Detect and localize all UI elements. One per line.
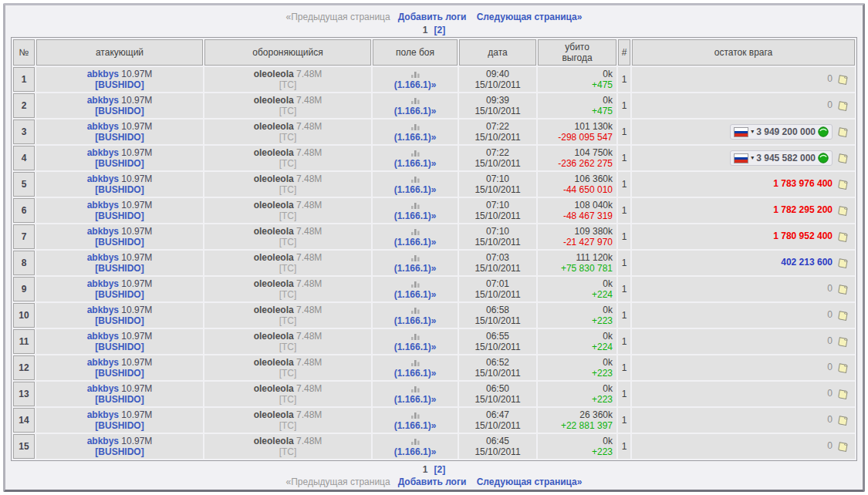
attacker-link[interactable]: abkbys — [87, 95, 119, 106]
scroll-icon[interactable] — [836, 152, 849, 165]
count-cell: 1 — [618, 224, 630, 249]
scroll-icon[interactable] — [836, 283, 849, 296]
killed-value: 0k — [539, 95, 613, 106]
attacker-clan-link[interactable]: [BUSHIDO] — [95, 237, 144, 248]
enemy-left-cell: 1 782 295 200 — [632, 198, 855, 223]
scroll-icon[interactable] — [836, 178, 849, 191]
attacker-link[interactable]: abkbys — [87, 226, 119, 237]
attacker-link[interactable]: abkbys — [87, 173, 119, 184]
battlefield-link[interactable]: (1.166.1)» — [394, 342, 437, 352]
attacker-clan-link[interactable]: [BUSHIDO] — [95, 368, 144, 379]
attacker-clan-link[interactable]: [BUSHIDO] — [95, 106, 144, 116]
attacker-clan-link[interactable]: [BUSHIDO] — [95, 342, 144, 352]
attacker-power: 10.97M — [121, 200, 152, 210]
attacker-link[interactable]: abkbys — [87, 147, 119, 158]
killed-value: 0k — [539, 305, 613, 315]
attacker-link[interactable]: abkbys — [87, 252, 119, 263]
defender-name: oleoleola — [254, 200, 294, 210]
scroll-icon[interactable] — [836, 204, 849, 217]
battlefield-link[interactable]: (1.166.1)» — [394, 394, 437, 405]
battlefield-link[interactable]: (1.166.1)» — [394, 315, 437, 326]
scroll-icon[interactable] — [836, 414, 849, 427]
scroll-icon[interactable] — [836, 309, 849, 322]
profit-value: +224 — [539, 342, 613, 352]
attacker-cell: abkbys 10.97M [BUSHIDO] — [36, 382, 203, 406]
battle-date: 15/10/2011 — [461, 446, 535, 457]
scroll-icon[interactable] — [836, 362, 849, 375]
attacker-clan-link[interactable]: [BUSHIDO] — [95, 263, 144, 274]
battlefield-link[interactable]: (1.166.1)» — [394, 289, 437, 300]
battlefield-link[interactable]: (1.166.1)» — [394, 79, 437, 90]
attacker-clan-link[interactable]: [BUSHIDO] — [95, 315, 144, 326]
defender-cell: oleoleola 7.48M [TC] — [204, 198, 371, 223]
battlefield-link[interactable]: (1.166.1)» — [394, 263, 437, 274]
attacker-link[interactable]: abkbys — [87, 409, 119, 420]
attacker-clan-link[interactable]: [BUSHIDO] — [95, 158, 144, 169]
globe-icon[interactable] — [818, 153, 829, 163]
killed-profit-cell: 0k +224 — [538, 277, 616, 301]
attacker-clan-link[interactable]: [BUSHIDO] — [95, 79, 144, 90]
battlefield-cell: (1.166.1)» — [373, 198, 458, 223]
date-cell: 07:10 15/10/2011 — [459, 172, 536, 197]
header-killed-profit: убито выгода — [538, 39, 616, 66]
battlefield-link[interactable]: (1.166.1)» — [394, 368, 437, 379]
attacker-link[interactable]: abkbys — [87, 357, 119, 368]
battlefield-link[interactable]: (1.166.1)» — [394, 446, 437, 457]
attacker-link[interactable]: abkbys — [87, 121, 119, 132]
battlefield-link[interactable]: (1.166.1)» — [394, 420, 437, 431]
killed-value: 111 120k — [539, 252, 613, 263]
attacker-clan-link[interactable]: [BUSHIDO] — [95, 394, 144, 405]
battlefield-link[interactable]: (1.166.1)» — [394, 106, 437, 116]
attacker-clan-link[interactable]: [BUSHIDO] — [95, 420, 144, 431]
row-number: 11 — [13, 329, 35, 354]
attacker-link[interactable]: abkbys — [87, 436, 119, 446]
dropdown-arrow-icon: ▾ — [751, 126, 754, 137]
bar-chart-icon — [410, 332, 420, 340]
date-cell: 07:03 15/10/2011 — [459, 251, 536, 275]
attacker-clan-link[interactable]: [BUSHIDO] — [95, 446, 144, 457]
page-2-link[interactable]: [2] — [434, 464, 446, 475]
enemy-left-cell: 0 — [632, 434, 855, 459]
enemy-remainder-value: 0 — [827, 309, 833, 320]
table-row: 11 abkbys 10.97M [BUSHIDO] oleoleola 7.4… — [13, 329, 855, 354]
scroll-icon[interactable] — [836, 73, 849, 86]
scroll-icon[interactable] — [836, 99, 849, 113]
attacker-clan-link[interactable]: [BUSHIDO] — [95, 289, 144, 300]
attacker-link[interactable]: abkbys — [87, 331, 119, 342]
table-row: 15 abkbys 10.97M [BUSHIDO] oleoleola 7.4… — [13, 434, 855, 459]
next-page-link[interactable]: Следующая страница» — [477, 476, 583, 487]
add-logs-link[interactable]: Добавить логи — [398, 476, 467, 487]
add-logs-link[interactable]: Добавить логи — [398, 12, 467, 22]
battle-time: 07:03 — [461, 252, 535, 263]
scroll-icon[interactable] — [836, 257, 849, 270]
battle-time: 06:50 — [461, 383, 535, 394]
profit-value: +223 — [539, 315, 613, 326]
page-2-link[interactable]: [2] — [434, 25, 446, 35]
globe-icon[interactable] — [818, 126, 829, 137]
attacker-link[interactable]: abkbys — [87, 200, 119, 210]
attacker-clan-link[interactable]: [BUSHIDO] — [95, 210, 144, 221]
attacker-link[interactable]: abkbys — [87, 383, 119, 394]
attacker-link[interactable]: abkbys — [87, 278, 119, 289]
battlefield-link[interactable]: (1.166.1)» — [394, 132, 437, 143]
scroll-icon[interactable] — [836, 388, 849, 401]
scroll-icon[interactable] — [836, 440, 849, 453]
attacker-link[interactable]: abkbys — [87, 305, 119, 315]
scroll-icon[interactable] — [836, 231, 849, 244]
battlefield-link[interactable]: (1.166.1)» — [394, 184, 437, 195]
date-cell: 06:45 15/10/2011 — [459, 434, 536, 459]
profit-value: +223 — [539, 394, 613, 405]
battlefield-link[interactable]: (1.166.1)» — [394, 237, 437, 248]
defender-power: 7.48M — [296, 436, 322, 446]
scroll-icon[interactable] — [836, 335, 849, 349]
enemy-country-badge[interactable]: ▾ 3 945 582 000 — [730, 150, 833, 166]
attacker-link[interactable]: abkbys — [87, 69, 119, 79]
battle-date: 15/10/2011 — [461, 79, 535, 90]
battlefield-link[interactable]: (1.166.1)» — [394, 210, 437, 221]
attacker-clan-link[interactable]: [BUSHIDO] — [95, 132, 144, 143]
battlefield-link[interactable]: (1.166.1)» — [394, 158, 437, 169]
next-page-link[interactable]: Следующая страница» — [477, 12, 583, 22]
attacker-clan-link[interactable]: [BUSHIDO] — [95, 184, 144, 195]
enemy-country-badge[interactable]: ▾ 3 949 200 000 — [730, 124, 833, 140]
scroll-icon[interactable] — [836, 126, 849, 139]
